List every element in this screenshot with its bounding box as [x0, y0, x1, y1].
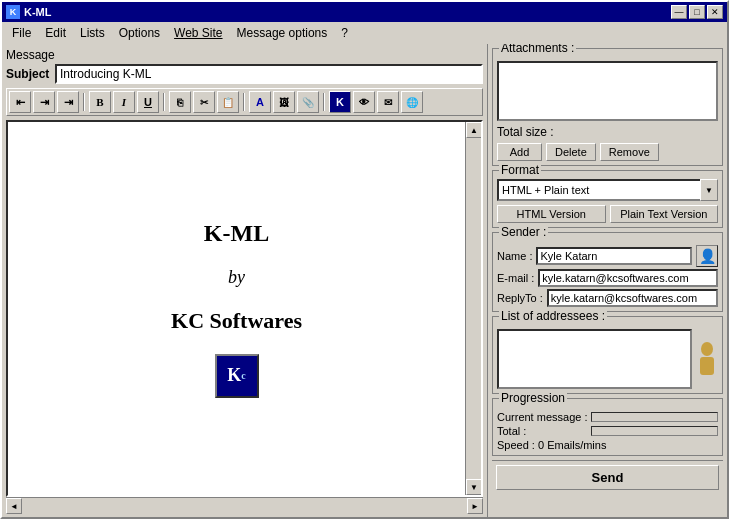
editor-company-text: KC Softwares — [171, 308, 302, 334]
person-svg — [696, 341, 718, 377]
plain-text-version-button[interactable]: Plain Text Version — [610, 205, 719, 223]
align-center-button[interactable]: ⇥ — [33, 91, 55, 113]
bold-button[interactable]: B — [89, 91, 111, 113]
sender-group: Sender : Name : 👤 E-mail : ReplyTo : — [492, 232, 723, 312]
menu-bar: File Edit Lists Options Web Site Message… — [2, 22, 727, 44]
vertical-scrollbar[interactable]: ▲ ▼ — [465, 122, 481, 495]
format-select[interactable]: HTML only HTML + Plain text Plain text o… — [497, 179, 718, 201]
addressees-list[interactable] — [497, 329, 692, 389]
email-label: E-mail : — [497, 272, 534, 284]
send-toolbar-button[interactable]: ✉ — [377, 91, 399, 113]
total-size-label: Total size : — [497, 125, 554, 139]
menu-website[interactable]: Web Site — [168, 24, 228, 42]
editor-logo: Kc — [215, 354, 259, 398]
current-message-bar — [591, 412, 718, 422]
progression-grid: Current message : Total : Speed : 0 Emai… — [497, 411, 718, 451]
current-message-label: Current message : — [497, 411, 587, 423]
menu-options[interactable]: Options — [113, 24, 166, 42]
editor-by-text: by — [228, 267, 245, 288]
minimize-button[interactable]: — — [671, 5, 687, 19]
scroll-up-button[interactable]: ▲ — [466, 122, 482, 138]
attachments-label: Attachments : — [499, 44, 576, 55]
app-icon: K — [6, 5, 20, 19]
copy-button[interactable]: ⎘ — [169, 91, 191, 113]
maximize-button[interactable]: □ — [689, 5, 705, 19]
title-bar: K K-ML — □ ✕ — [2, 2, 727, 22]
menu-file[interactable]: File — [6, 24, 37, 42]
paste-button[interactable]: 📋 — [217, 91, 239, 113]
attachments-group: Attachments : Total size : Add Delete Re… — [492, 48, 723, 166]
menu-message-options[interactable]: Message options — [231, 24, 334, 42]
delete-button[interactable]: Delete — [546, 143, 596, 161]
progression-label: Progression — [499, 391, 567, 405]
replyto-input[interactable] — [547, 289, 718, 307]
scroll-right-button[interactable]: ► — [467, 498, 483, 514]
speed-label: Speed : 0 Emails/mins — [497, 439, 718, 451]
editor-area: K-ML by KC Softwares Kc ▲ ▼ — [6, 120, 483, 497]
underline-button[interactable]: U — [137, 91, 159, 113]
sender-label: Sender : — [499, 225, 548, 239]
menu-edit[interactable]: Edit — [39, 24, 72, 42]
add-button[interactable]: Add — [497, 143, 542, 161]
text-color-button[interactable]: A — [249, 91, 271, 113]
format-section: HTML only HTML + Plain text Plain text o… — [497, 179, 718, 223]
html-version-button[interactable]: HTML Version — [497, 205, 606, 223]
subject-row: Subject — [6, 64, 483, 84]
web-button[interactable]: 🌐 — [401, 91, 423, 113]
window-title: K-ML — [24, 6, 52, 18]
attachments-list[interactable] — [497, 61, 718, 121]
align-right-button[interactable]: ⇥ — [57, 91, 79, 113]
sender-fields: Name : 👤 E-mail : ReplyTo : — [497, 245, 718, 307]
addressees-group: List of addressees : — [492, 316, 723, 394]
attach-buttons: Add Delete Remove — [497, 143, 718, 161]
separator-1 — [83, 93, 85, 111]
scroll-left-button[interactable]: ◄ — [6, 498, 22, 514]
cut-button[interactable]: ✂ — [193, 91, 215, 113]
preview-button[interactable]: 👁 — [353, 91, 375, 113]
addressees-area — [497, 329, 718, 389]
insert-image-button[interactable]: 🖼 — [273, 91, 295, 113]
email-input[interactable] — [538, 269, 718, 287]
editor-content[interactable]: K-ML by KC Softwares Kc — [8, 122, 465, 495]
horizontal-scrollbar[interactable]: ◄ ► — [6, 497, 483, 513]
attach-button[interactable]: 📎 — [297, 91, 319, 113]
logo-button[interactable]: K — [329, 91, 351, 113]
version-buttons: HTML Version Plain Text Version — [497, 205, 718, 223]
email-row: E-mail : — [497, 269, 718, 287]
main-content: Message Subject ⇤ ⇥ ⇥ B I U ⎘ ✂ 📋 A — [2, 44, 727, 517]
format-group: Format HTML only HTML + Plain text Plain… — [492, 170, 723, 228]
left-panel: Message Subject ⇤ ⇥ ⇥ B I U ⎘ ✂ 📋 A — [2, 44, 487, 517]
close-button[interactable]: ✕ — [707, 5, 723, 19]
sender-avatar-icon[interactable]: 👤 — [696, 245, 718, 267]
name-input[interactable] — [536, 247, 692, 265]
subject-label: Subject — [6, 67, 51, 81]
menu-lists[interactable]: Lists — [74, 24, 111, 42]
format-label: Format — [499, 163, 541, 177]
scroll-track[interactable] — [466, 138, 481, 479]
scroll-h-track[interactable] — [22, 498, 467, 513]
send-area: Send — [492, 460, 723, 494]
person-icon[interactable] — [696, 339, 718, 379]
kc-logo-text: K — [227, 365, 241, 386]
addressees-label: List of addressees : — [499, 309, 607, 323]
scroll-down-button[interactable]: ▼ — [466, 479, 482, 495]
replyto-row: ReplyTo : — [497, 289, 718, 307]
align-left-button[interactable]: ⇤ — [9, 91, 31, 113]
progression-group: Progression Current message : Total : Sp… — [492, 398, 723, 456]
format-select-wrapper: HTML only HTML + Plain text Plain text o… — [497, 179, 718, 201]
name-label: Name : — [497, 250, 532, 262]
total-label: Total : — [497, 425, 587, 437]
title-bar-left: K K-ML — [6, 5, 52, 19]
italic-button[interactable]: I — [113, 91, 135, 113]
menu-help[interactable]: ? — [335, 24, 354, 42]
svg-rect-1 — [700, 357, 714, 375]
editor-title-text: K-ML — [204, 220, 269, 247]
replyto-label: ReplyTo : — [497, 292, 543, 304]
separator-3 — [243, 93, 245, 111]
send-button[interactable]: Send — [496, 465, 719, 490]
subject-input[interactable] — [55, 64, 483, 84]
formatting-toolbar: ⇤ ⇥ ⇥ B I U ⎘ ✂ 📋 A 🖼 📎 K 👁 ✉ 🌐 — [6, 88, 483, 116]
remove-button[interactable]: Remove — [600, 143, 659, 161]
message-label: Message — [6, 48, 483, 62]
name-row: Name : 👤 — [497, 245, 718, 267]
